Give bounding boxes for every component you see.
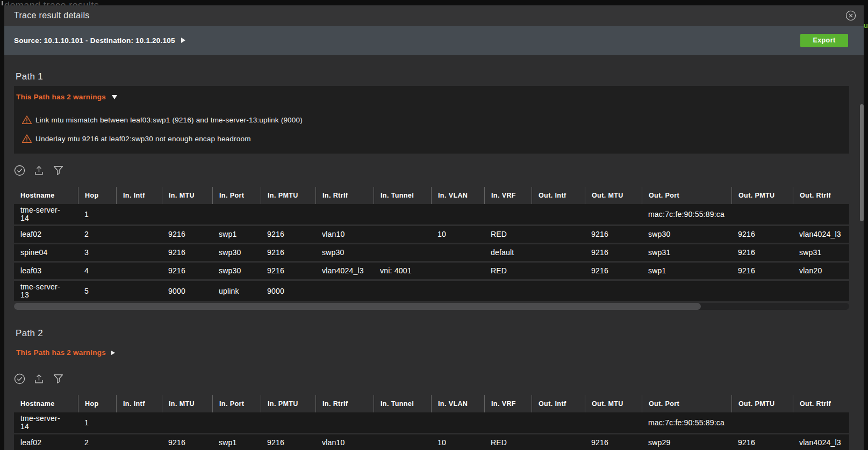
cell-out_pmtu: 9216: [731, 437, 793, 449]
cell-out_port: swp31: [642, 246, 731, 259]
cell-out_port: [642, 289, 731, 293]
cell-hop: 5: [78, 285, 116, 297]
cell-hop: 4: [78, 265, 116, 277]
column-header[interactable]: In. VRF: [484, 187, 532, 204]
column-header[interactable]: In. Intf: [116, 187, 162, 204]
check-circle-icon[interactable]: [14, 165, 25, 176]
check-circle-icon[interactable]: [14, 373, 25, 384]
cell-in_tunnel: [374, 251, 431, 255]
column-header[interactable]: In. Intf: [116, 395, 162, 412]
column-header[interactable]: In. RtrIf: [315, 395, 374, 412]
cell-in_vlan: 10: [431, 437, 484, 449]
horizontal-scrollbar-thumb[interactable]: [14, 303, 701, 310]
cell-in_tunnel: [374, 233, 431, 237]
cell-in_mtu: [162, 212, 212, 216]
cell-in_mtu: 9000: [162, 285, 212, 297]
column-header[interactable]: Out. Intf: [532, 187, 585, 204]
column-header[interactable]: In. Port: [212, 395, 261, 412]
cell-in_vrf: [484, 420, 532, 425]
column-header[interactable]: In. Tunnel: [374, 395, 431, 412]
expand-arrow-icon: [111, 351, 115, 355]
cell-in_pmtu: [261, 212, 315, 216]
cell-in_vrf: RED: [484, 437, 532, 449]
cell-in_rtrif: vlan10: [315, 228, 374, 241]
source-destination-bar: Source: 10.1.10.101 - Destination: 10.1.…: [4, 26, 864, 55]
column-header[interactable]: Out. Port: [642, 187, 731, 204]
cell-in_mtu: 9216: [162, 265, 212, 277]
cell-hostname: tme-server- 14: [14, 204, 78, 224]
column-header[interactable]: Out. Intf: [532, 395, 585, 412]
column-header[interactable]: Hostname: [14, 395, 78, 412]
column-header[interactable]: Out. RtrIf: [793, 187, 849, 204]
column-header[interactable]: In. PMTU: [261, 187, 315, 204]
cell-in_intf: [116, 441, 162, 445]
cell-out_mtu: [585, 212, 642, 216]
cell-in_vrf: [484, 289, 532, 293]
column-header[interactable]: Out. RtrIf: [793, 395, 849, 412]
collapse-arrow-icon: [112, 95, 117, 99]
column-header[interactable]: Out. MTU: [585, 187, 642, 204]
cell-out_rtrif: swp31: [793, 246, 849, 259]
cell-in_rtrif: vlan10: [315, 437, 374, 449]
cell-in_pmtu: 9000: [261, 285, 315, 297]
cell-in_intf: [116, 420, 162, 425]
column-header[interactable]: Hop: [78, 187, 116, 204]
cell-in_mtu: 9216: [162, 228, 212, 241]
column-header[interactable]: In. VLAN: [431, 395, 484, 412]
cell-in_rtrif: [315, 420, 374, 425]
cell-in_vlan: [431, 251, 484, 255]
cell-in_pmtu: 9216: [261, 246, 315, 259]
table-toolbar: [14, 164, 849, 176]
column-header[interactable]: In. PMTU: [261, 395, 315, 412]
expand-arrow-icon[interactable]: [181, 38, 185, 43]
column-header[interactable]: Hostname: [14, 187, 78, 204]
column-header[interactable]: Out. PMTU: [731, 187, 793, 204]
path-warnings-summary[interactable]: This Path has 2 warnings: [16, 348, 849, 358]
cell-out_mtu: 9216: [585, 437, 642, 449]
column-header[interactable]: In. VLAN: [431, 187, 484, 204]
cell-out_port: mac:7c:fe:90:55:89:ca: [642, 208, 731, 221]
column-header[interactable]: In. MTU: [162, 187, 212, 204]
trace-hops-table: HostnameHopIn. IntfIn. MTUIn. PortIn. PM…: [14, 187, 849, 301]
cell-out_mtu: 9216: [585, 265, 642, 277]
cell-out_mtu: [585, 420, 642, 425]
column-header[interactable]: In. RtrIf: [315, 187, 374, 204]
close-icon[interactable]: [845, 10, 856, 21]
filter-icon[interactable]: [53, 165, 64, 176]
table-row: leaf0349216swp309216vlan4024_l3vni: 4001…: [14, 263, 849, 279]
column-header[interactable]: Hop: [78, 395, 116, 412]
column-header[interactable]: In. Port: [212, 187, 261, 204]
cell-out_pmtu: [731, 420, 793, 425]
column-header[interactable]: In. Tunnel: [374, 187, 431, 204]
column-header[interactable]: Out. MTU: [585, 395, 642, 412]
cell-hostname: tme-server- 13: [14, 281, 78, 301]
cell-in_vlan: [431, 212, 484, 216]
table-row: leaf0229216swp19216vlan1010RED9216swp309…: [14, 226, 849, 243]
column-header[interactable]: In. MTU: [162, 395, 212, 412]
cell-out_intf: [532, 212, 585, 216]
cell-in_pmtu: 9216: [261, 437, 315, 449]
path-warnings-summary[interactable]: This Path has 2 warnings: [16, 92, 849, 102]
cell-out_port: mac:7c:fe:90:55:89:ca: [642, 417, 731, 429]
cell-out_rtrif: vlan20: [793, 265, 849, 277]
column-header[interactable]: Out. Port: [642, 395, 731, 412]
column-header[interactable]: Out. PMTU: [731, 395, 793, 412]
background-page-title: demand trace results: [4, 0, 99, 5]
vertical-scrollbar-thumb[interactable]: [860, 104, 864, 221]
upload-icon[interactable]: [34, 373, 44, 384]
cell-in_port: swp30: [212, 265, 261, 277]
path-section-2: Path 2This Path has 2 warningsHostnameHo…: [14, 328, 849, 450]
filter-icon[interactable]: [53, 373, 64, 384]
horizontal-scrollbar[interactable]: [14, 303, 849, 310]
export-button[interactable]: Export: [800, 34, 848, 47]
cell-out_rtrif: vlan4024_l3: [793, 228, 849, 241]
column-header[interactable]: In. VRF: [484, 395, 532, 412]
cell-out_intf: [532, 233, 585, 237]
warning-triangle-icon: [21, 115, 32, 125]
upload-icon[interactable]: [34, 165, 44, 176]
trace-result-details-modal: Trace result details Source: 10.1.10.101…: [4, 5, 864, 450]
cell-out_intf: [532, 441, 585, 445]
cell-in_vrf: default: [484, 246, 532, 259]
path-title: Path 2: [16, 328, 849, 338]
warning-message: Link mtu mismatch between leaf03:swp1 (9…: [14, 114, 849, 125]
